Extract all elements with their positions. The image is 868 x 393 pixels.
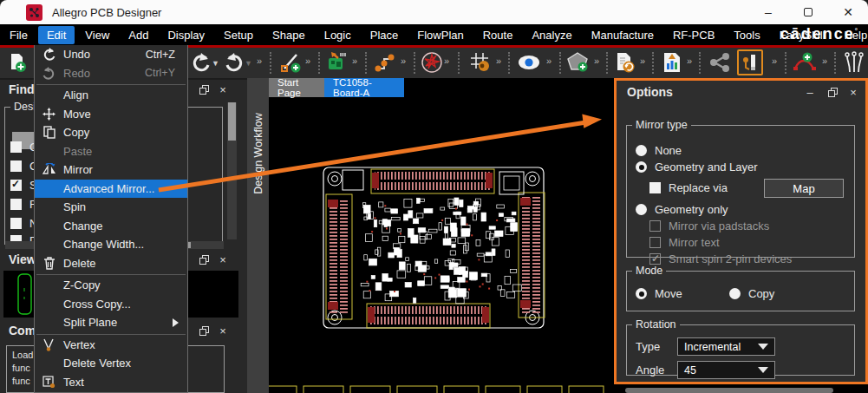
radio-none[interactable]: None	[636, 144, 682, 157]
canvas-horizontal-scrollbar[interactable]	[625, 388, 833, 393]
find-vertical-scrollbar[interactable]	[227, 102, 237, 239]
close-panel-icon[interactable]: ×	[215, 252, 231, 266]
menu-item-change[interactable]: Change	[35, 217, 187, 236]
float-panel-icon[interactable]	[196, 82, 212, 96]
route-connect-icon[interactable]	[373, 50, 397, 75]
visibility-eye-icon[interactable]	[517, 50, 541, 75]
new-design-icon[interactable]	[5, 50, 29, 75]
overflow-chevron-icon[interactable]: »	[687, 56, 692, 66]
menu-shape[interactable]: Shape	[264, 26, 314, 44]
checkbox-icon[interactable]	[10, 160, 22, 172]
menu-edit[interactable]: Edit	[38, 26, 75, 44]
menu-item-mirror[interactable]: Mirror	[35, 160, 187, 180]
radio-icon[interactable]	[636, 204, 647, 215]
radio-move[interactable]: Move	[636, 287, 682, 300]
close-panel-icon[interactable]: ×	[215, 82, 231, 96]
menu-manufacture[interactable]: Manufacture	[583, 26, 662, 44]
menu-logic[interactable]: Logic	[316, 26, 360, 44]
fanout-icon[interactable]	[842, 50, 866, 75]
undo-dropdown-icon[interactable]: ▼	[212, 59, 219, 68]
menu-item-delete[interactable]: Delete	[35, 254, 187, 273]
menu-item-delete-vertex[interactable]: Delete Vertex	[35, 354, 187, 373]
menu-analyze[interactable]: Analyze	[523, 26, 580, 44]
menu-add[interactable]: Add	[120, 26, 157, 44]
radio-geometry-only[interactable]: Geometry only	[636, 203, 728, 216]
close-panel-icon[interactable]: ×	[215, 324, 231, 337]
report-icon[interactable]	[660, 50, 684, 75]
checkbox-disabled-icon[interactable]	[649, 237, 661, 248]
pcb-board-canvas[interactable]	[269, 78, 614, 393]
checkbox-icon[interactable]	[10, 141, 22, 153]
redo-icon[interactable]	[222, 50, 246, 75]
radio-selected-icon[interactable]	[636, 288, 647, 299]
menu-item-redo[interactable]: Redo Ctrl+Y	[35, 64, 187, 83]
overflow-chevron-icon[interactable]: »	[444, 56, 449, 66]
checkbox-replace-via[interactable]: Replace via	[649, 181, 728, 194]
shape-add-icon[interactable]	[566, 50, 591, 75]
menu-file[interactable]: File	[1, 26, 36, 44]
checkbox-icon[interactable]	[649, 182, 661, 193]
float-panel-icon[interactable]	[196, 324, 212, 337]
map-button[interactable]: Map	[764, 179, 844, 198]
checkbox-mirror-via-padstacks[interactable]: Mirror via padstacks	[649, 219, 769, 233]
overflow-chevron-icon[interactable]: »	[772, 56, 777, 66]
minimize-button[interactable]: –	[748, 0, 788, 24]
grid-icon[interactable]	[468, 50, 493, 75]
menu-item-cross-copy[interactable]: Cross Copy...	[35, 295, 187, 314]
checkbox-mirror-text[interactable]: Mirror text	[649, 236, 720, 249]
close-panel-icon[interactable]: ×	[845, 85, 861, 99]
overflow-chevron-icon[interactable]: »	[352, 56, 357, 66]
rotation-angle-dropdown[interactable]: 45	[677, 361, 775, 379]
menu-item-undo[interactable]: Undo Ctrl+Z	[35, 45, 187, 64]
float-panel-icon[interactable]	[825, 85, 840, 99]
close-button[interactable]: ✕	[828, 0, 868, 24]
overflow-chevron-icon[interactable]: »	[401, 56, 406, 66]
scrollbar-thumb[interactable]	[228, 102, 236, 141]
menu-rfpcb[interactable]: RF-PCB	[664, 26, 723, 44]
add-line-icon[interactable]	[278, 50, 303, 75]
overflow-chevron-icon[interactable]: »	[640, 56, 645, 66]
checkbox-icon[interactable]	[10, 199, 22, 210]
overflow-chevron-icon[interactable]: »	[257, 56, 262, 66]
overflow-chevron-icon[interactable]: »	[496, 56, 501, 66]
maximize-button[interactable]	[788, 0, 828, 24]
menu-item-vertex[interactable]: Vertex	[35, 336, 187, 355]
menu-item-move[interactable]: Move	[35, 105, 187, 124]
menu-item-advanced-mirror[interactable]: Advanced Mirror...	[35, 180, 187, 199]
find-checkbox-row[interactable]: F	[10, 198, 36, 211]
radio-copy[interactable]: Copy	[729, 287, 774, 300]
float-panel-icon[interactable]	[196, 252, 212, 266]
overflow-chevron-icon[interactable]: »	[594, 56, 599, 66]
undo-icon[interactable]	[189, 50, 213, 75]
checkbox-disabled-checked-icon[interactable]	[649, 253, 661, 265]
menu-setup[interactable]: Setup	[215, 26, 262, 44]
export-document-icon[interactable]	[613, 50, 637, 75]
menu-item-align[interactable]: Align	[35, 86, 187, 105]
menu-display[interactable]: Display	[159, 26, 213, 44]
rotation-type-dropdown[interactable]: Incremental	[677, 337, 775, 356]
checkbox-checked-icon[interactable]	[10, 180, 22, 191]
share-icon[interactable]	[708, 50, 732, 75]
overflow-chevron-icon[interactable]: »	[822, 56, 827, 66]
radio-icon[interactable]	[636, 145, 647, 156]
checkbox-disabled-icon[interactable]	[649, 220, 661, 232]
checkbox-smart-spin[interactable]: Smart spin 2-pin devices	[649, 252, 792, 265]
radio-icon[interactable]	[729, 288, 741, 299]
menu-item-z-copy[interactable]: Z-Copy	[35, 276, 187, 295]
probe-highlighted-icon[interactable]	[737, 49, 763, 75]
design-workflow-strip[interactable]: Design Workflow	[247, 78, 269, 393]
menu-item-paste[interactable]: Paste	[35, 142, 187, 161]
radio-geometry-and-layer[interactable]: Geometry and Layer	[636, 160, 758, 174]
menu-item-spin[interactable]: Spin	[35, 198, 187, 217]
add-connection-icon[interactable]	[793, 50, 817, 75]
minimize-panel-icon[interactable]: –	[802, 85, 818, 99]
menu-item-split-plane[interactable]: Split Plane	[35, 313, 187, 332]
menu-item-copy[interactable]: Copy	[35, 123, 187, 142]
menu-flowplan[interactable]: FlowPlan	[408, 26, 472, 44]
menu-item-change-width[interactable]: Change Width...	[35, 235, 187, 254]
overflow-chevron-icon[interactable]: »	[305, 56, 310, 66]
radio-selected-icon[interactable]	[636, 161, 647, 173]
menu-view[interactable]: View	[76, 26, 118, 44]
menu-route[interactable]: Route	[474, 26, 522, 44]
ratsnest-icon[interactable]	[420, 50, 444, 75]
